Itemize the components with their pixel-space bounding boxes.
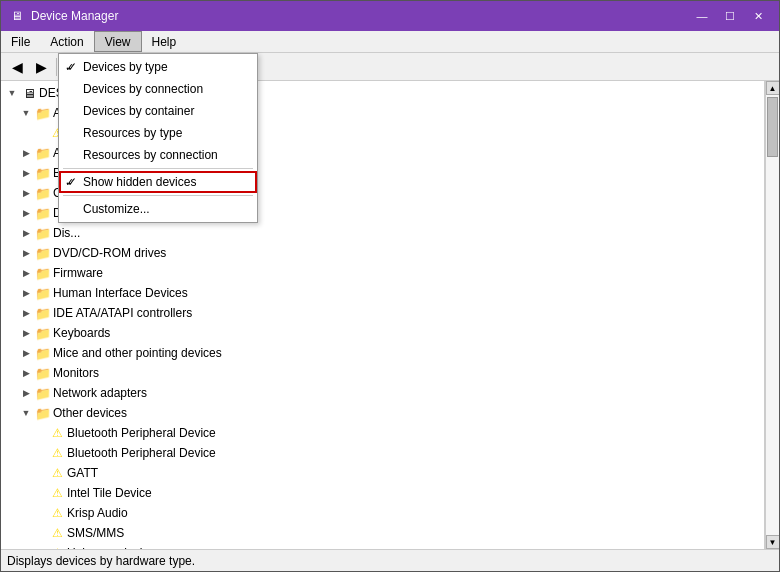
tree-item-intel[interactable]: ⚠ Intel Tile Device — [1, 483, 764, 503]
forward-button[interactable]: ▶ — [29, 56, 53, 78]
computer-icon: 🖥 — [21, 85, 37, 101]
tree-label-kb: Keyboards — [53, 326, 110, 340]
menu-customize[interactable]: Customize... — [59, 198, 257, 220]
tree-label-dvd: DVD/CD-ROM drives — [53, 246, 166, 260]
tree-label-network: Network adapters — [53, 386, 147, 400]
tree-item-network[interactable]: ▶ 📁 Network adapters — [1, 383, 764, 403]
tree-item-hid[interactable]: ▶ 📁 Human Interface Devices — [1, 283, 764, 303]
tree-item-mice[interactable]: ▶ 📁 Mice and other pointing devices — [1, 343, 764, 363]
tree-item-kb[interactable]: ▶ 📁 Keyboards — [1, 323, 764, 343]
tree-label-unk1: Unknown device — [67, 546, 155, 549]
tree-label-monitors: Monitors — [53, 366, 99, 380]
tree-item-firmware[interactable]: ▶ 📁 Firmware — [1, 263, 764, 283]
window-controls: — ☐ ✕ — [689, 6, 771, 26]
toolbar-sep-1 — [56, 58, 57, 76]
toggle-monitors[interactable]: ▶ — [19, 366, 33, 380]
menu-bar: File Action View Help ✓ Devices by type … — [1, 31, 779, 53]
view-dropdown: ✓ Devices by type Devices by connection … — [58, 53, 258, 223]
folder-icon-network: 📁 — [35, 385, 51, 401]
warning-icon-gatt: ⚠ — [49, 465, 65, 481]
tree-item-monitors[interactable]: ▶ 📁 Monitors — [1, 363, 764, 383]
toggle-other[interactable]: ▼ — [19, 406, 33, 420]
device-manager-window: 🖥 Device Manager — ☐ ✕ File Action View … — [0, 0, 780, 572]
toggle-disk[interactable]: ▶ — [19, 206, 33, 220]
toggle-a-warn — [33, 126, 47, 140]
tree-label-intel: Intel Tile Device — [67, 486, 152, 500]
help-menu[interactable]: Help — [142, 31, 187, 52]
maximize-button[interactable]: ☐ — [717, 6, 743, 26]
warning-icon-intel: ⚠ — [49, 485, 65, 501]
folder-icon-ide: 📁 — [35, 305, 51, 321]
menu-devices-by-connection[interactable]: Devices by connection — [59, 78, 257, 100]
view-menu[interactable]: View — [94, 31, 142, 52]
folder-icon-aud: 📁 — [35, 145, 51, 161]
tree-item-gatt[interactable]: ⚠ GATT — [1, 463, 764, 483]
tree-label-firmware: Firmware — [53, 266, 103, 280]
tree-label-krisp: Krisp Audio — [67, 506, 128, 520]
tree-item-ide[interactable]: ▶ 📁 IDE ATA/ATAPI controllers — [1, 303, 764, 323]
toggle-aud[interactable]: ▶ — [19, 146, 33, 160]
vertical-scrollbar[interactable]: ▲ ▼ — [765, 81, 779, 549]
toggle-blu[interactable]: ▶ — [19, 166, 33, 180]
tree-item-dvd[interactable]: ▶ 📁 DVD/CD-ROM drives — [1, 243, 764, 263]
toggle-com[interactable]: ▶ — [19, 186, 33, 200]
warning-icon-btpd2: ⚠ — [49, 445, 65, 461]
scroll-down-arrow[interactable]: ▼ — [766, 535, 780, 549]
tree-item-sms[interactable]: ⚠ SMS/MMS — [1, 523, 764, 543]
scroll-thumb[interactable] — [767, 97, 778, 157]
warning-icon-krisp: ⚠ — [49, 505, 65, 521]
toggle-mice[interactable]: ▶ — [19, 346, 33, 360]
tree-item-krisp[interactable]: ⚠ Krisp Audio — [1, 503, 764, 523]
tree-label-btpd1: Bluetooth Peripheral Device — [67, 426, 216, 440]
menu-devices-by-container[interactable]: Devices by container — [59, 100, 257, 122]
folder-icon-com: 📁 — [35, 185, 51, 201]
tree-item-btpd1[interactable]: ⚠ Bluetooth Peripheral Device — [1, 423, 764, 443]
folder-icon-blu: 📁 — [35, 165, 51, 181]
tree-item-other[interactable]: ▼ 📁 Other devices — [1, 403, 764, 423]
scroll-up-arrow[interactable]: ▲ — [766, 81, 780, 95]
action-menu[interactable]: Action — [40, 31, 93, 52]
toggle-and[interactable]: ▼ — [19, 106, 33, 120]
warning-icon-btpd1: ⚠ — [49, 425, 65, 441]
tree-label-other: Other devices — [53, 406, 127, 420]
scroll-track[interactable] — [766, 95, 779, 535]
close-button[interactable]: ✕ — [745, 6, 771, 26]
folder-icon-firmware: 📁 — [35, 265, 51, 281]
toggle-ide[interactable]: ▶ — [19, 306, 33, 320]
folder-icon-monitors: 📁 — [35, 365, 51, 381]
tree-item-btpd2[interactable]: ⚠ Bluetooth Peripheral Device — [1, 443, 764, 463]
tree-item-disp[interactable]: ▶ 📁 Dis... — [1, 223, 764, 243]
check-icon: ✓ — [67, 60, 83, 74]
toggle-network[interactable]: ▶ — [19, 386, 33, 400]
tree-label-sms: SMS/MMS — [67, 526, 124, 540]
tree-label-hid: Human Interface Devices — [53, 286, 188, 300]
toggle-btpd1 — [33, 426, 47, 440]
file-menu[interactable]: File — [1, 31, 40, 52]
toggle-firmware[interactable]: ▶ — [19, 266, 33, 280]
minimize-button[interactable]: — — [689, 6, 715, 26]
check-icon: ✓ — [67, 175, 83, 189]
folder-icon-dvd: 📁 — [35, 245, 51, 261]
toggle-disp[interactable]: ▶ — [19, 226, 33, 240]
tree-label-mice: Mice and other pointing devices — [53, 346, 222, 360]
menu-resources-by-connection[interactable]: Resources by connection — [59, 144, 257, 166]
menu-devices-by-type[interactable]: ✓ Devices by type — [59, 56, 257, 78]
back-button[interactable]: ◀ — [5, 56, 29, 78]
folder-icon-disk: 📁 — [35, 205, 51, 221]
title-bar: 🖥 Device Manager — ☐ ✕ — [1, 1, 779, 31]
folder-icon-other: 📁 — [35, 405, 51, 421]
tree-label-btpd2: Bluetooth Peripheral Device — [67, 446, 216, 460]
tree-label-gatt: GATT — [67, 466, 98, 480]
toggle-dvd[interactable]: ▶ — [19, 246, 33, 260]
folder-icon-and: 📁 — [35, 105, 51, 121]
warning-icon-unk1: ⚠ — [49, 545, 65, 549]
menu-resources-by-type[interactable]: Resources by type — [59, 122, 257, 144]
folder-icon-disp: 📁 — [35, 225, 51, 241]
tree-item-unk1[interactable]: ⚠ Unknown device — [1, 543, 764, 549]
menu-show-hidden[interactable]: ✓ Show hidden devices — [59, 171, 257, 193]
toggle-desktop[interactable]: ▼ — [5, 86, 19, 100]
toggle-kb[interactable]: ▶ — [19, 326, 33, 340]
toggle-hid[interactable]: ▶ — [19, 286, 33, 300]
folder-icon-hid: 📁 — [35, 285, 51, 301]
warning-icon-sms: ⚠ — [49, 525, 65, 541]
